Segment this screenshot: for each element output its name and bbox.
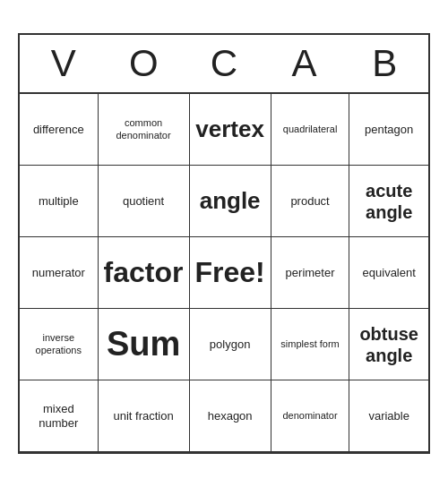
bingo-cell: vertex [190, 94, 271, 166]
bingo-cell: factor [99, 237, 190, 309]
bingo-card: VOCAB differencecommon denominatorvertex… [18, 33, 430, 454]
cell-text: vertex [195, 115, 264, 143]
cell-text: pentagon [365, 123, 413, 137]
bingo-cell: difference [20, 94, 99, 166]
cell-text: mixed number [25, 402, 92, 430]
cell-text: quadrilateral [283, 124, 338, 135]
bingo-cell: unit fraction [99, 380, 190, 452]
bingo-title: VOCAB [20, 35, 428, 94]
cell-text: quotient [123, 194, 164, 209]
bingo-cell: common denominator [99, 94, 190, 166]
cell-text: multiple [39, 194, 79, 209]
cell-text: product [290, 194, 329, 209]
cell-text: unit fraction [113, 409, 173, 423]
cell-text: variable [368, 409, 409, 423]
bingo-cell: acute angle [349, 166, 428, 237]
bingo-cell: Sum [99, 309, 190, 380]
title-letter: B [349, 42, 420, 85]
bingo-cell: denominator [271, 380, 350, 452]
bingo-cell: obtuse angle [349, 309, 428, 380]
bingo-cell: multiple [20, 166, 99, 237]
bingo-cell: angle [190, 166, 271, 237]
bingo-cell: variable [349, 380, 428, 452]
title-letter: C [188, 42, 260, 85]
cell-text: obtuse angle [355, 323, 423, 366]
cell-text: acute angle [355, 180, 423, 223]
title-letter: V [28, 42, 99, 85]
cell-text: Free! [195, 255, 265, 289]
bingo-cell: pentagon [349, 94, 428, 166]
bingo-cell: polygon [190, 309, 271, 380]
bingo-cell: mixed number [20, 380, 99, 452]
bingo-cell: Free! [190, 237, 271, 309]
cell-text: denominator [282, 410, 337, 422]
cell-text: Sum [107, 324, 180, 365]
cell-text: simplest form [280, 338, 339, 350]
cell-text: angle [200, 187, 261, 215]
cell-text: numerator [32, 266, 85, 280]
cell-text: equivalent [363, 266, 416, 280]
title-letter: O [108, 42, 179, 85]
title-letter: A [269, 42, 340, 85]
cell-text: common denominator [104, 117, 184, 141]
cell-text: inverse operations [25, 332, 92, 355]
bingo-cell: simplest form [271, 309, 350, 380]
bingo-cell: perimeter [271, 237, 350, 309]
bingo-cell: equivalent [349, 237, 428, 309]
cell-text: factor [104, 255, 184, 289]
cell-text: hexagon [208, 409, 253, 423]
bingo-cell: product [271, 166, 350, 237]
bingo-cell: numerator [20, 237, 99, 309]
bingo-cell: inverse operations [20, 309, 99, 380]
cell-text: polygon [210, 337, 251, 352]
bingo-grid: differencecommon denominatorvertexquadri… [20, 94, 428, 452]
bingo-cell: quadrilateral [271, 94, 350, 166]
cell-text: perimeter [286, 266, 335, 280]
bingo-cell: hexagon [190, 380, 271, 452]
bingo-cell: quotient [99, 166, 190, 237]
cell-text: difference [33, 123, 84, 137]
